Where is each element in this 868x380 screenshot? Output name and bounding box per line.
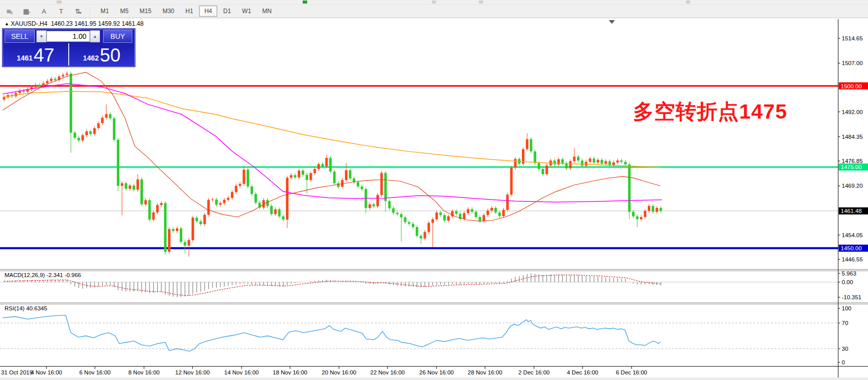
rsi-label: RSI(14) 40.6345 (5, 305, 47, 311)
time-tick-label: 20 Nov 16:00 (322, 369, 356, 375)
rsi-scale-label: 100 (842, 305, 851, 311)
timeframe-MN[interactable]: MN (257, 6, 277, 17)
symbol-ohlc-header: ▲ XAUUSD-,H4 1460.23 1461.95 1459.92 146… (5, 20, 143, 27)
trade-panel-prices: 1461 47 1462 50 (3, 43, 134, 66)
indicators-icon[interactable]: ≋E (2, 6, 17, 17)
collapse-marker-icon: ▲ (5, 21, 9, 26)
grid-icon[interactable]: ▦F (19, 6, 34, 17)
timeframe-group: M1M5M15M30H1H4D1W1MN (95, 6, 277, 17)
clipped-icon (303, 1, 307, 4)
volume-increase-button[interactable]: ▲ (90, 30, 100, 42)
price-tick-label: 1492.00 (842, 109, 863, 115)
clipped-icon (686, 1, 690, 4)
time-tick-label: 2 Dec 16:00 (518, 369, 550, 375)
buy-price[interactable]: 1462 50 (69, 43, 134, 66)
price-tick-label: 1476.85 (842, 158, 863, 164)
chart-toolbar: ≋E ▦F A T ⇅▾ M1M5M15M30H1H4D1W1MN (0, 5, 868, 18)
timeframe-M30[interactable]: M30 (158, 6, 179, 17)
macd-scale-label: 0.00 (842, 279, 853, 285)
chart-window[interactable]: 1514.651507.001492.001484.351476.851469.… (0, 18, 868, 380)
text-box-icon[interactable]: T (54, 6, 69, 17)
price-tick-label: 1446.55 (842, 256, 863, 262)
buy-price-big: 50 (100, 46, 121, 65)
clipped-icon (432, 1, 436, 4)
toolbar-separator (90, 7, 91, 16)
rsi-scale-label: 70 (842, 320, 848, 326)
ohlc-values: 1460.23 1461.95 1459.92 1461.48 (51, 20, 144, 27)
time-tick-label: 4 Dec 16:00 (567, 369, 598, 375)
rsi-scale-label: 30 (842, 346, 848, 352)
time-tick-label: 4 Nov 16:00 (31, 369, 62, 375)
time-tick-label: 28 Nov 16:00 (468, 369, 502, 375)
timeframe-W1[interactable]: W1 (237, 6, 256, 17)
price-tick-label: 1469.20 (842, 183, 863, 189)
sell-price[interactable]: 1461 47 (3, 43, 69, 66)
time-tick-label: 26 Nov 16:00 (419, 369, 454, 375)
chart-annotation-text: 多空转折点1475 (633, 98, 787, 126)
volume-input[interactable] (46, 31, 90, 42)
trade-panel-controls: SELL ▼ ▲ BUY (3, 29, 134, 43)
timeframe-M15[interactable]: M15 (134, 6, 156, 17)
rsi-scale-label: 0 (842, 359, 845, 365)
timeframe-M1[interactable]: M1 (95, 6, 114, 17)
price-tick-label: 1514.65 (842, 35, 863, 41)
timeframe-H4[interactable]: H4 (199, 6, 217, 17)
price-tick-label: 1507.00 (842, 60, 863, 66)
chart-canvas[interactable]: 1514.651507.001492.001484.351476.851469.… (0, 18, 868, 380)
timeframe-M5[interactable]: M5 (115, 6, 134, 17)
buy-button[interactable]: BUY (103, 30, 132, 43)
price-tick-label: 1454.05 (842, 232, 863, 238)
panel-frames (0, 18, 868, 380)
time-tick-label: 22 Nov 16:00 (370, 369, 405, 375)
macd-scale-label: -10.351 (842, 294, 861, 300)
svg-text:1475.00: 1475.00 (841, 164, 862, 170)
clipped-icon (479, 1, 483, 4)
time-tick-label: 8 Nov 16:00 (128, 369, 160, 375)
buy-price-small: 1462 (83, 54, 99, 62)
svg-text:1500.00: 1500.00 (841, 83, 862, 89)
volume-decrease-button[interactable]: ▼ (36, 30, 46, 42)
clipped-icon (57, 1, 62, 4)
macd-scale-label: 5.963 (842, 270, 856, 277)
symbol-label: XAUUSD-,H4 (11, 20, 47, 27)
timeframe-D1[interactable]: D1 (218, 6, 236, 17)
time-tick-label: 31 Oct 2019 (1, 369, 33, 375)
sell-button[interactable]: SELL (5, 30, 35, 43)
svg-text:1450.00: 1450.00 (841, 245, 862, 251)
time-tick-label: 14 Nov 16:00 (224, 369, 259, 375)
time-tick-label: 12 Nov 16:00 (175, 369, 210, 375)
svg-text:1461.48: 1461.48 (841, 208, 862, 214)
text-label-icon[interactable]: A (36, 6, 52, 17)
one-click-trade-panel: SELL ▼ ▲ BUY 1461 47 1462 50 (3, 29, 135, 67)
time-tick-label: 6 Nov 16:00 (79, 369, 111, 375)
macd-label: MACD(12,26,9) -2.341 -0.966 (5, 272, 81, 278)
time-tick-label: 18 Nov 16:00 (273, 369, 307, 375)
sell-price-small: 1461 (17, 54, 32, 62)
clipped-toolbar-row (0, 0, 868, 5)
timeframe-H1[interactable]: H1 (180, 6, 198, 17)
time-tick-label: 6 Dec 16:00 (616, 369, 647, 375)
arrange-windows-icon[interactable]: ⇅▾ (71, 6, 86, 17)
sell-price-big: 47 (34, 46, 55, 65)
price-tick-label: 1484.35 (842, 134, 863, 140)
